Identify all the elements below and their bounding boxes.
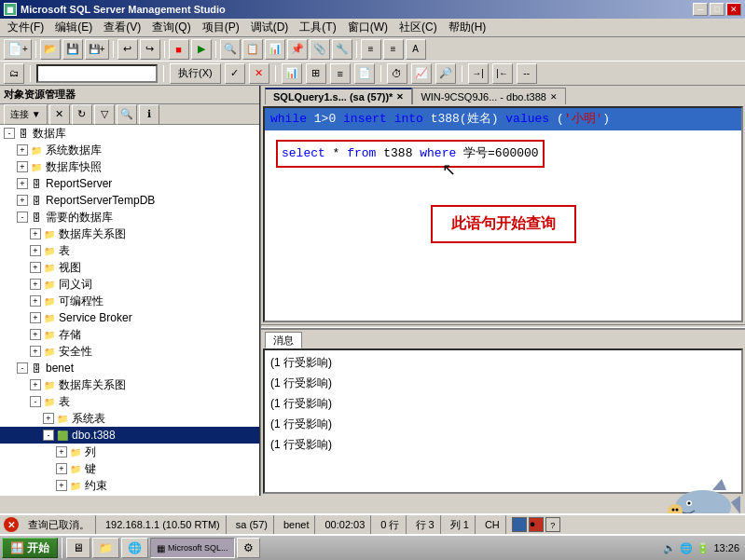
query-tab-1-close[interactable]: ✕ [396, 92, 404, 102]
tree-item[interactable]: +📁触发器 [0, 494, 259, 496]
oe-search-btn[interactable]: 🔍 [117, 104, 137, 125]
query-tab-2-close[interactable]: ✕ [550, 92, 558, 102]
tree-item[interactable]: -🟩dbo.t388 [0, 427, 259, 444]
query-tab-2[interactable]: WIN-9CSQ9J6... - dbo.t388 ✕ [412, 88, 566, 104]
execute-button[interactable]: 执行(X) [170, 63, 221, 84]
undo-button[interactable]: ↩ [117, 39, 138, 60]
tree-expander[interactable]: + [17, 195, 28, 206]
tb-icon2[interactable]: 📋 [242, 39, 263, 60]
tree-expander[interactable]: + [30, 279, 41, 290]
taskbar-btn-4[interactable]: ▦ Microsoft SQL... [150, 538, 235, 558]
tree-expander[interactable]: + [30, 312, 41, 323]
menu-query[interactable]: 查询(Q) [146, 18, 196, 37]
align-right-button[interactable]: ≡ [383, 39, 404, 60]
tree-item[interactable]: -📁表 [0, 393, 259, 410]
showplan-btn[interactable]: 🔎 [435, 63, 456, 84]
taskbar-btn-2[interactable]: 📁 [92, 538, 119, 558]
indent-btn[interactable]: →| [468, 63, 489, 84]
tree-expander[interactable]: - [4, 128, 15, 139]
tree-item[interactable]: +📁系统数据库 [0, 142, 259, 158]
tree-expander[interactable]: + [30, 379, 41, 390]
save-all-button[interactable]: 💾+ [85, 39, 109, 60]
oe-connect-btn[interactable]: 连接 ▼ [4, 104, 48, 125]
tree-expander[interactable]: + [30, 329, 41, 340]
results-grid-btn[interactable]: ⊞ [306, 63, 326, 84]
debug-button[interactable]: ▶ [191, 39, 212, 60]
tb-icon5[interactable]: 📎 [310, 39, 330, 60]
stop-button[interactable]: ■ [169, 39, 189, 60]
tree-item[interactable]: -🗄benet [0, 360, 259, 376]
oe-refresh-btn[interactable]: ↻ [72, 104, 92, 125]
tree-expander[interactable]: + [17, 144, 28, 156]
query-plan-btn[interactable]: 📈 [411, 63, 432, 84]
menu-debug[interactable]: 调试(D) [245, 18, 295, 37]
minimize-button[interactable]: ─ [693, 3, 708, 16]
menu-community[interactable]: 社区(C) [393, 18, 443, 37]
results-file-btn[interactable]: 📄 [354, 63, 375, 84]
results-text-btn[interactable]: ≡ [330, 63, 351, 84]
taskbar-btn-1[interactable]: 🖥 [66, 538, 90, 558]
tree-expander[interactable]: + [30, 295, 41, 307]
tree-expander[interactable]: + [17, 161, 28, 172]
tb-icon3[interactable]: 📊 [265, 39, 285, 60]
save-button[interactable]: 💾 [62, 39, 83, 60]
tb-icon1[interactable]: 🔍 [220, 39, 241, 60]
oe-filter-btn[interactable]: ▽ [94, 104, 115, 125]
object-explorer-tree[interactable]: -🗄数据库+📁系统数据库+📁数据库快照+🗄ReportServer+🗄Repor… [0, 125, 259, 496]
tree-item[interactable]: +📁可编程性 [0, 293, 259, 309]
tree-expander[interactable]: - [43, 430, 54, 441]
tree-item[interactable]: +📁键 [0, 460, 259, 477]
taskbar-btn-3[interactable]: 🌐 [121, 538, 148, 558]
new-query-button[interactable]: 📄+ [4, 39, 32, 60]
parse-button[interactable]: ✓ [225, 63, 245, 84]
include-client-btn[interactable]: ⏱ [387, 63, 407, 84]
tree-item[interactable]: +📁安全性 [0, 343, 259, 360]
start-button[interactable]: 🪟 开始 [2, 538, 58, 558]
tree-expander[interactable]: + [30, 262, 41, 273]
tree-expander[interactable]: + [30, 346, 41, 357]
tree-expander[interactable]: + [43, 413, 54, 424]
tree-item[interactable]: +📁视图 [0, 259, 259, 276]
tree-expander[interactable]: + [30, 228, 41, 239]
tree-expander[interactable]: + [56, 463, 67, 474]
query-editor[interactable]: while 1>0 insert into t388(姓名) values ('… [263, 106, 743, 322]
results-btn[interactable]: 📊 [282, 63, 302, 84]
outdent-btn[interactable]: |← [492, 63, 513, 84]
cancel-button[interactable]: ✕ [249, 63, 269, 84]
align-left-button[interactable]: ≡ [361, 39, 381, 60]
tree-item[interactable]: +📁表 [0, 242, 259, 259]
object-explorer-toggle[interactable]: 🗂 [4, 63, 24, 84]
tree-item[interactable]: +📁约束 [0, 477, 259, 494]
tree-item[interactable]: +🗄ReportServer [0, 175, 259, 192]
menu-view[interactable]: 查看(V) [98, 18, 146, 37]
tree-item[interactable]: +📁数据库快照 [0, 158, 259, 175]
menu-help[interactable]: 帮助(H) [443, 18, 492, 37]
tree-expander[interactable]: + [56, 446, 67, 458]
database-selector[interactable]: benet [36, 64, 158, 83]
results-tab-messages[interactable]: 消息 [265, 332, 302, 348]
menu-edit[interactable]: 编辑(E) [49, 18, 98, 37]
oe-disconnect-btn[interactable]: ✕ [49, 104, 70, 125]
tb-icon6[interactable]: 🔧 [332, 39, 352, 60]
open-button[interactable]: 📂 [40, 39, 61, 60]
tree-item[interactable]: +📁存储 [0, 326, 259, 343]
tree-expander[interactable]: - [17, 212, 28, 223]
tree-item[interactable]: -🗄数据库 [0, 125, 259, 142]
close-button[interactable]: ✕ [726, 3, 741, 16]
tree-item[interactable]: +📁系统表 [0, 410, 259, 427]
tree-expander[interactable]: + [17, 178, 28, 189]
comment-btn[interactable]: -- [517, 63, 537, 84]
tb-icon4[interactable]: 📌 [287, 39, 308, 60]
menu-project[interactable]: 项目(P) [197, 18, 245, 37]
menu-window[interactable]: 窗口(W) [342, 18, 393, 37]
menu-file[interactable]: 文件(F) [2, 18, 49, 37]
results-content[interactable]: (1 行受影响)(1 行受影响)(1 行受影响)(1 行受影响)(1 行受影响) [263, 348, 743, 494]
redo-button[interactable]: ↪ [140, 39, 160, 60]
query-tab-1[interactable]: SQLQuery1.s... (sa (57))* ✕ [265, 88, 412, 104]
maximize-button[interactable]: □ [710, 3, 724, 16]
tree-item[interactable]: -🗄需要的数据库 [0, 209, 259, 225]
tree-item[interactable]: +📁同义词 [0, 276, 259, 293]
tree-expander[interactable]: + [56, 480, 67, 491]
tree-expander[interactable]: + [30, 245, 41, 256]
oe-properties-btn[interactable]: ℹ [139, 104, 159, 125]
